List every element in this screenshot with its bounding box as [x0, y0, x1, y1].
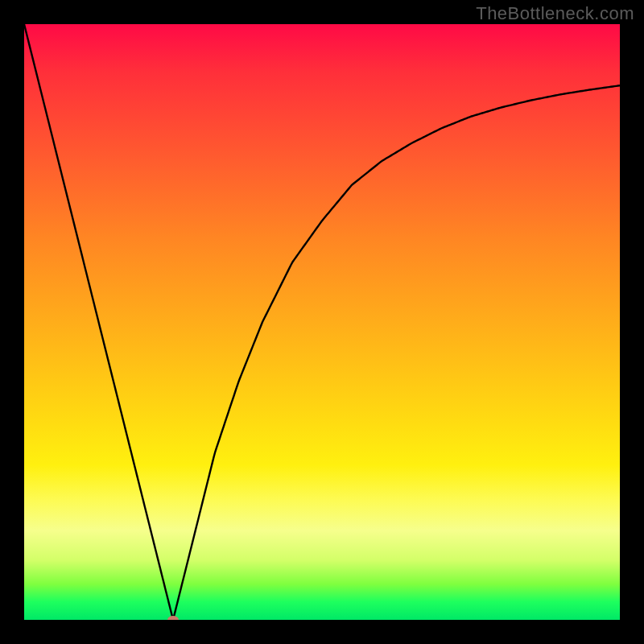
watermark-text: TheBottleneck.com	[476, 3, 634, 24]
curve-path	[24, 24, 620, 619]
bottleneck-curve	[24, 24, 620, 620]
chart-frame: TheBottleneck.com	[0, 0, 644, 644]
plot-area	[24, 24, 620, 620]
minimum-marker	[167, 616, 179, 620]
